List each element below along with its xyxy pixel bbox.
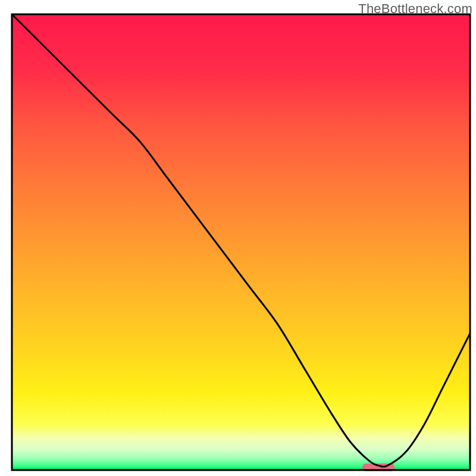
watermark-label: TheBottleneck.com: [358, 1, 472, 17]
bottleneck-chart: TheBottleneck.com: [0, 0, 476, 476]
chart-svg: [0, 0, 476, 476]
